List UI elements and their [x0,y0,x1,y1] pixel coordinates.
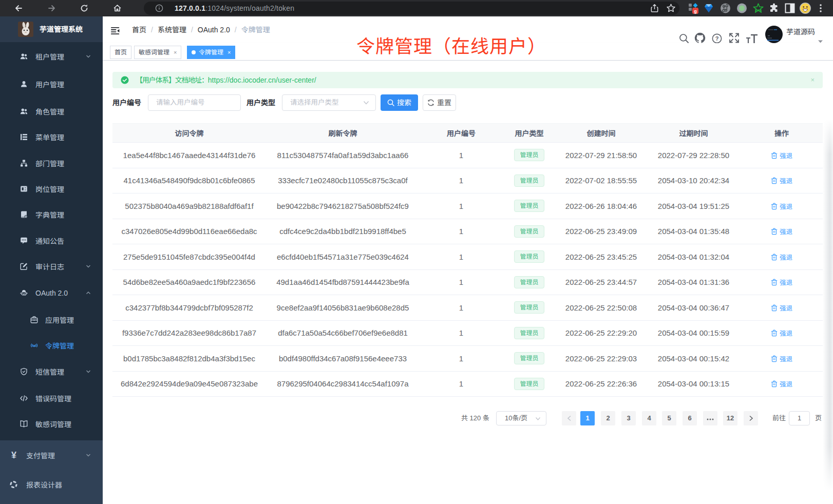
svg-text:a: a [33,343,35,348]
svg-text:?: ? [715,35,719,42]
svg-text:g: g [694,9,697,14]
